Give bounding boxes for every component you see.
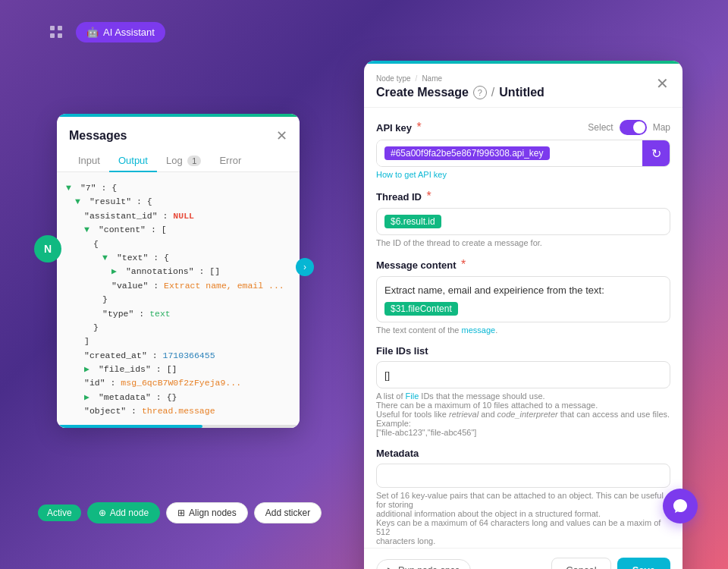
- cancel-button[interactable]: Cancel: [551, 558, 610, 569]
- file-ids-label: File IDs list: [376, 345, 428, 357]
- add-sticker-button[interactable]: Add sticker: [254, 502, 322, 523]
- required-star: *: [426, 190, 431, 203]
- thread-id-help: The ID of the thread to create a message…: [376, 238, 670, 247]
- thread-id-tag: $6.result.id: [384, 215, 441, 228]
- svg-rect-3: [58, 33, 62, 38]
- ai-assistant-button[interactable]: 🤖 AI Assistant: [76, 22, 165, 42]
- help-icon[interactable]: ?: [473, 86, 487, 99]
- node-type-label: Node type: [376, 74, 411, 83]
- log-badge: 1: [187, 156, 201, 166]
- add-node-button[interactable]: ⊕ Add node: [87, 502, 160, 523]
- tab-log[interactable]: Log 1: [157, 150, 210, 172]
- panel-close-button[interactable]: ✕: [654, 74, 670, 93]
- node-icon: N: [34, 235, 61, 262]
- tab-output[interactable]: Output: [109, 150, 157, 172]
- toggle-switch[interactable]: [620, 120, 647, 135]
- tab-input[interactable]: Input: [69, 150, 109, 172]
- ai-icon: 🤖: [86, 27, 99, 38]
- messages-close-button[interactable]: ✕: [276, 129, 287, 143]
- api-key-help: How to get API key: [376, 170, 670, 179]
- save-button[interactable]: Save: [617, 558, 670, 569]
- thread-id-label: Thread ID *: [376, 190, 431, 203]
- svg-rect-2: [50, 33, 55, 38]
- messages-panel: Messages ✕ Input Output Log 1 Error ▼ "7…: [57, 114, 300, 428]
- refresh-button[interactable]: ↻: [642, 140, 670, 166]
- refresh-icon: ↻: [651, 146, 661, 161]
- panel-title-row: Create Message ? / Untitled: [376, 86, 544, 99]
- api-key-input-container: #65a00f9fa2be5e867f996308.api_key ↻: [376, 140, 670, 167]
- align-nodes-button[interactable]: ⊞ Align nodes: [166, 502, 248, 523]
- run-icon: ▶: [388, 565, 394, 570]
- messages-json-content: ▼ "7" : { ▼ "result" : { "assistant_id" …: [57, 172, 300, 428]
- api-key-label: API key *: [376, 121, 422, 134]
- workspace: 🤖 AI Assistant Messages ✕ Input Output L…: [0, 0, 728, 569]
- metadata-input[interactable]: [376, 464, 670, 488]
- metadata-field: Metadata Set of 16 key-value pairs that …: [376, 448, 670, 545]
- message-content-label: Message content *: [376, 258, 466, 272]
- scroll-thumb: [57, 425, 202, 428]
- chat-icon: [672, 498, 689, 514]
- panel-header-left: Node type / Name Create Message ? / Unti…: [376, 74, 544, 99]
- tab-error[interactable]: Error: [210, 150, 250, 172]
- metadata-label: Metadata: [376, 448, 419, 459]
- messages-title: Messages: [69, 129, 127, 143]
- panel-body: API key * Select Map #65a00f9fa2be5e867f…: [364, 108, 682, 548]
- footer-right: Cancel Save: [551, 558, 670, 569]
- panel-title: Create Message: [376, 86, 469, 99]
- svg-rect-1: [58, 26, 62, 30]
- active-badge: Active: [38, 505, 81, 521]
- required-star: *: [416, 121, 421, 134]
- scroll-bar: [57, 425, 300, 428]
- bottom-toolbar: Active ⊕ Add node ⊞ Align nodes Add stic…: [38, 502, 402, 523]
- api-key-input[interactable]: #65a00f9fa2be5e867f996308.api_key: [377, 140, 642, 166]
- api-key-field: API key * Select Map #65a00f9fa2be5e867f…: [376, 120, 670, 179]
- align-icon: ⊞: [177, 508, 185, 518]
- close-icon: ✕: [276, 128, 287, 143]
- ai-assistant-label: AI Assistant: [103, 27, 155, 38]
- top-bar: 🤖 AI Assistant: [46, 21, 165, 42]
- panel-header: Node type / Name Create Message ? / Unti…: [364, 64, 682, 108]
- grid-icon: [46, 21, 67, 42]
- panel-name: Untitled: [499, 86, 544, 99]
- create-message-panel: Node type / Name Create Message ? / Unti…: [364, 61, 682, 569]
- required-star: *: [461, 258, 466, 271]
- close-icon: ✕: [656, 75, 669, 92]
- messages-header: Messages ✕: [57, 117, 300, 143]
- messages-tabs: Input Output Log 1 Error: [57, 143, 300, 172]
- separator: /: [491, 86, 494, 99]
- plus-icon: ⊕: [99, 508, 106, 518]
- message-content-input[interactable]: Extract name, email and expeirience from…: [376, 276, 670, 322]
- thread-id-input[interactable]: $6.result.id: [376, 208, 670, 235]
- run-once-button[interactable]: ▶ Run node once: [376, 559, 471, 570]
- message-content-help: The text content of the message.: [376, 325, 670, 335]
- file-ids-help: A list of File IDs that the message shou…: [376, 391, 670, 437]
- select-label: Select: [588, 122, 613, 133]
- svg-rect-0: [50, 26, 55, 30]
- metadata-help: Set of 16 key-value pairs that can be at…: [376, 491, 670, 545]
- message-content-field: Message content * Extract name, email an…: [376, 258, 670, 335]
- map-label: Map: [653, 122, 670, 133]
- thread-id-field: Thread ID * $6.result.id The ID of the t…: [376, 190, 670, 247]
- panel-footer: ▶ Run node once Cancel Save: [364, 548, 682, 569]
- file-content-tag: $31.fileContent: [384, 302, 458, 316]
- file-ids-field: File IDs list [] A list of File IDs that…: [376, 345, 670, 437]
- arrow-connector: ›: [296, 258, 314, 276]
- api-key-tag: #65a00f9fa2be5e867f996308.api_key: [384, 146, 550, 160]
- name-label: Name: [422, 74, 442, 83]
- file-ids-input[interactable]: []: [376, 361, 670, 388]
- chat-fab-button[interactable]: [663, 489, 698, 523]
